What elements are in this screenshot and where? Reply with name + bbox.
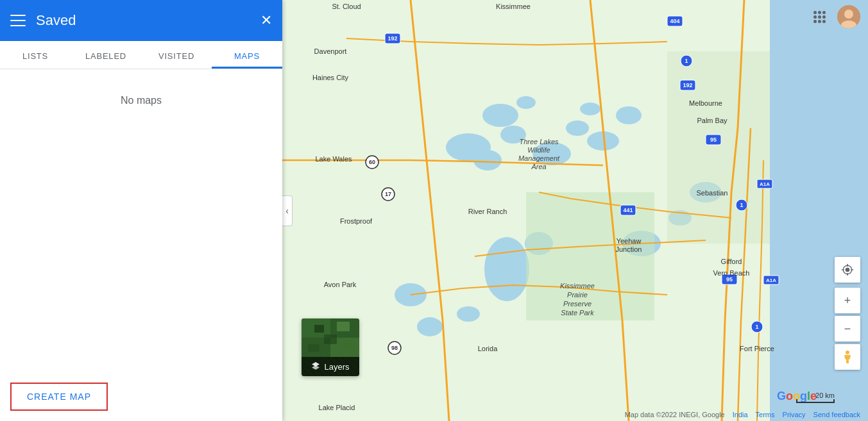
create-map-button[interactable]: CREATE MAP xyxy=(10,383,108,411)
layers-stack-icon xyxy=(311,361,320,372)
privacy-link[interactable]: Privacy xyxy=(783,411,806,418)
svg-text:1: 1 xyxy=(740,202,743,208)
close-icon[interactable]: ✕ xyxy=(260,13,272,28)
chevron-left-icon: ‹ xyxy=(285,206,289,216)
svg-point-2 xyxy=(482,104,518,127)
scale-bar: 20 km xyxy=(796,391,835,403)
dot xyxy=(818,11,821,14)
svg-point-78 xyxy=(844,10,853,19)
tab-lists[interactable]: LISTS xyxy=(0,41,71,69)
svg-text:1: 1 xyxy=(685,58,688,64)
svg-rect-84 xyxy=(337,322,350,331)
svg-text:60: 60 xyxy=(369,159,375,165)
svg-text:Vero Beach: Vero Beach xyxy=(713,269,750,277)
sidebar-title: Saved xyxy=(36,12,260,29)
footer: CREATE MAP xyxy=(0,372,282,421)
user-avatar[interactable] xyxy=(837,5,860,28)
sidebar-header: Saved ✕ xyxy=(0,0,282,41)
grid-dots xyxy=(813,11,826,23)
svg-text:Junction: Junction xyxy=(616,245,642,253)
layers-label-text: Layers xyxy=(324,362,349,372)
svg-text:Fort Pierce: Fort Pierce xyxy=(740,345,774,352)
dot xyxy=(813,11,817,14)
svg-marker-89 xyxy=(312,365,319,370)
svg-point-11 xyxy=(580,103,600,115)
layers-button[interactable]: Layers xyxy=(302,318,359,376)
svg-text:95: 95 xyxy=(710,136,717,143)
feedback-link[interactable]: Send feedback xyxy=(813,411,860,418)
svg-rect-87 xyxy=(324,334,337,344)
svg-point-8 xyxy=(566,120,589,136)
dot xyxy=(822,15,826,19)
dot xyxy=(822,20,826,23)
scale-line xyxy=(796,399,835,403)
dot xyxy=(818,15,821,19)
attribution-text: Map data ©2022 INEGI, Google xyxy=(625,411,725,418)
svg-text:404: 404 xyxy=(670,18,679,24)
svg-text:Davenport: Davenport xyxy=(314,47,347,55)
svg-text:17: 17 xyxy=(385,191,391,197)
collapse-sidebar-button[interactable]: ‹ xyxy=(282,195,293,226)
svg-text:Area: Area xyxy=(531,163,546,170)
google-apps-icon[interactable] xyxy=(809,6,830,27)
svg-text:Kissimmee: Kissimmee xyxy=(496,3,531,10)
dot xyxy=(818,20,821,23)
svg-text:Palm Bay: Palm Bay xyxy=(697,117,728,124)
dot xyxy=(822,11,826,14)
svg-point-6 xyxy=(473,150,502,170)
svg-text:Yeehaw: Yeehaw xyxy=(617,237,642,245)
location-icon xyxy=(841,263,854,276)
svg-text:State Park: State Park xyxy=(561,309,594,317)
tab-maps[interactable]: MAPS xyxy=(212,41,282,69)
tab-visited[interactable]: VISITED xyxy=(141,41,212,69)
svg-text:Gifford: Gifford xyxy=(721,258,742,265)
svg-rect-83 xyxy=(314,325,324,333)
svg-point-5 xyxy=(516,96,536,109)
terms-link[interactable]: Terms xyxy=(756,411,775,418)
no-maps-text: No maps xyxy=(121,95,162,106)
sidebar: Saved ✕ LISTS LABELED VISITED MAPS No ma… xyxy=(0,0,282,421)
map-background: 192 404 1 192 95 60 17 441 1 95 A1A A1A xyxy=(282,0,868,421)
content-area: No maps xyxy=(0,69,282,372)
svg-text:A1A: A1A xyxy=(760,181,770,187)
svg-text:192: 192 xyxy=(387,35,397,42)
svg-text:1: 1 xyxy=(755,324,758,330)
pegman-button[interactable] xyxy=(835,344,860,370)
zoom-out-button[interactable]: − xyxy=(835,316,860,342)
avatar-image xyxy=(837,5,860,28)
svg-rect-86 xyxy=(343,343,352,349)
scale-label: 20 km xyxy=(815,392,835,399)
svg-point-16 xyxy=(457,306,480,322)
svg-rect-85 xyxy=(308,344,319,352)
tab-labeled[interactable]: LABELED xyxy=(71,41,141,69)
svg-text:Melbourne: Melbourne xyxy=(689,99,722,107)
svg-text:Three Lakes: Three Lakes xyxy=(519,138,559,145)
svg-point-10 xyxy=(616,106,642,124)
svg-point-92 xyxy=(846,351,849,354)
svg-point-90 xyxy=(846,268,850,272)
zoom-in-button[interactable]: + xyxy=(835,288,860,313)
layers-label-bar: Layers xyxy=(302,357,359,376)
svg-text:St. Cloud: St. Cloud xyxy=(332,3,361,10)
svg-text:441: 441 xyxy=(623,207,633,213)
svg-text:Preserve: Preserve xyxy=(563,300,591,308)
svg-rect-97 xyxy=(847,360,849,363)
my-location-button[interactable] xyxy=(835,257,860,283)
svg-text:192: 192 xyxy=(683,82,692,88)
hamburger-icon[interactable] xyxy=(10,15,26,26)
svg-text:Frostproof: Frostproof xyxy=(340,217,373,225)
google-letter-g: G xyxy=(777,390,786,402)
india-link[interactable]: India xyxy=(733,411,748,418)
minus-icon: − xyxy=(844,322,851,336)
pegman-icon xyxy=(840,349,855,365)
svg-text:Avon Park: Avon Park xyxy=(324,281,357,288)
dot xyxy=(813,20,817,23)
svg-text:95: 95 xyxy=(726,276,733,283)
svg-text:Prairie: Prairie xyxy=(567,291,588,299)
svg-text:Kissimmee: Kissimmee xyxy=(560,282,595,290)
plus-icon: + xyxy=(844,294,851,308)
svg-text:Lake Wales: Lake Wales xyxy=(315,155,352,163)
google-letter-o1: o xyxy=(786,390,793,402)
svg-text:Management: Management xyxy=(518,154,560,162)
svg-text:Wildlife: Wildlife xyxy=(527,146,550,154)
